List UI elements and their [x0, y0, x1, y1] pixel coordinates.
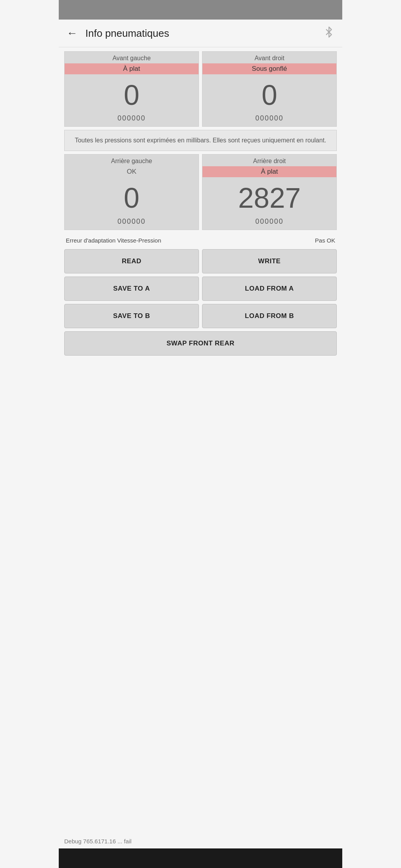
back-button[interactable]: ←	[67, 28, 78, 39]
save-load-a-row: SAVE TO A LOAD FROM A	[64, 277, 337, 301]
swap-front-rear-button[interactable]: SWAP FRONT REAR	[64, 331, 337, 356]
status-bar	[59, 0, 342, 20]
tire-front-right-status: Sous gonflé	[202, 63, 336, 74]
tire-front-left-status: À plat	[65, 63, 199, 74]
error-line: Erreur d'adaptation Vitesse-Pression Pas…	[64, 233, 337, 248]
tire-front-left: Avant gauche À plat 0 000000	[64, 51, 199, 127]
read-button[interactable]: READ	[64, 249, 199, 273]
tire-rear-left-status: OK	[65, 166, 199, 177]
tire-rear-left-label: Arrière gauche	[111, 155, 152, 166]
tire-rear-right-value: 2827	[238, 181, 301, 215]
tire-front-right-value: 0	[262, 78, 277, 112]
tire-rear-right: Arrière droit À plat 2827 000000	[202, 154, 337, 230]
tire-rear-left-value: 0	[124, 181, 139, 215]
tire-front-right: Avant droit Sous gonflé 0 000000	[202, 51, 337, 127]
save-load-b-row: SAVE TO B LOAD FROM B	[64, 304, 337, 328]
header: ← Info pneumatiques	[59, 20, 342, 47]
info-banner: Toutes les pressions sont exprimées en m…	[64, 130, 337, 151]
main-content: Avant gauche À plat 0 000000 Avant droit…	[59, 47, 342, 477]
tire-front-right-code: 000000	[255, 114, 284, 122]
tire-front-right-label: Avant droit	[255, 52, 284, 63]
load-from-a-button[interactable]: LOAD FROM A	[202, 277, 337, 301]
front-tire-grid: Avant gauche À plat 0 000000 Avant droit…	[64, 51, 337, 127]
tire-rear-left: Arrière gauche OK 0 000000	[64, 154, 199, 230]
tire-front-left-label: Avant gauche	[112, 52, 151, 63]
write-button[interactable]: WRITE	[202, 249, 337, 273]
rear-tire-grid: Arrière gauche OK 0 000000 Arrière droit…	[64, 154, 337, 230]
page-title: Info pneumatiques	[85, 27, 323, 40]
bluetooth-icon	[323, 27, 334, 40]
bottom-bar	[59, 848, 342, 868]
tire-front-left-code: 000000	[117, 114, 146, 122]
tire-rear-right-label: Arrière droit	[253, 155, 286, 166]
read-write-row: READ WRITE	[64, 249, 337, 273]
buttons-section: READ WRITE SAVE TO A LOAD FROM A SAVE TO…	[64, 249, 337, 356]
tire-rear-right-code: 000000	[255, 217, 284, 226]
error-label: Erreur d'adaptation Vitesse-Pression	[66, 237, 161, 244]
save-to-b-button[interactable]: SAVE TO B	[64, 304, 199, 328]
load-from-b-button[interactable]: LOAD FROM B	[202, 304, 337, 328]
tire-front-left-value: 0	[124, 78, 139, 112]
debug-text: Debug 765.6171.16 ... fail	[64, 838, 132, 845]
error-status: Pas OK	[315, 237, 335, 244]
spacer	[64, 356, 337, 473]
tire-rear-left-code: 000000	[117, 217, 146, 226]
save-to-a-button[interactable]: SAVE TO A	[64, 277, 199, 301]
tire-rear-right-status: À plat	[202, 166, 336, 177]
